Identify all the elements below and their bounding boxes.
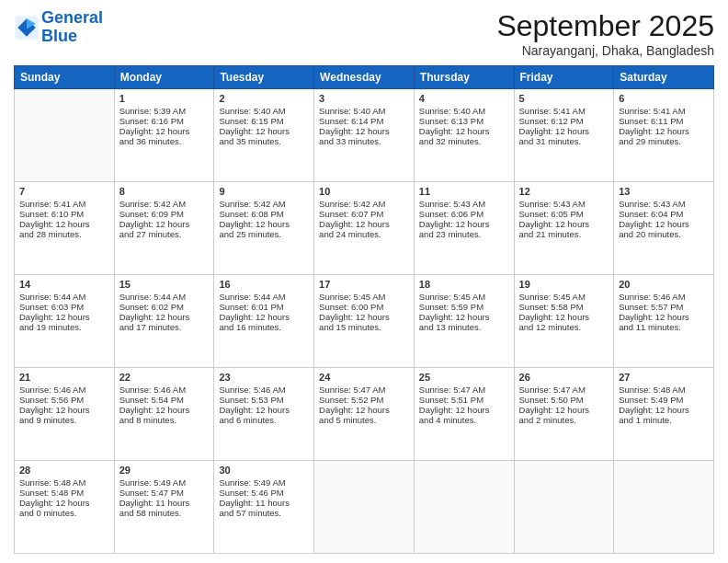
calendar-cell: 29Sunrise: 5:49 AMSunset: 5:47 PMDayligh… [114,461,214,554]
day-info-line: Sunset: 6:01 PM [219,302,309,312]
day-info-line: Sunset: 6:11 PM [619,116,709,126]
day-info-line: Daylight: 12 hours [219,312,309,322]
day-info-line: and 21 minutes. [519,229,609,239]
day-info-line: Sunrise: 5:49 AM [119,477,210,488]
calendar-week-row: 28Sunrise: 5:48 AMSunset: 5:48 PMDayligh… [15,461,714,554]
day-number: 23 [219,372,309,383]
day-info-line: Sunset: 6:08 PM [219,209,309,219]
day-info-line: Daylight: 12 hours [519,219,609,229]
location: Narayanganj, Dhaka, Bangladesh [496,43,714,58]
calendar-cell: 30Sunrise: 5:49 AMSunset: 5:46 PMDayligh… [214,461,314,554]
day-number: 6 [619,93,709,104]
day-info-line: and 28 minutes. [19,229,109,239]
logo-blue: Blue [41,27,77,45]
day-info-line: Sunset: 5:51 PM [419,395,509,405]
calendar-cell: 7Sunrise: 5:41 AMSunset: 6:10 PMDaylight… [15,182,115,275]
day-info-line: and 9 minutes. [19,415,109,425]
logo-general: General [41,8,103,27]
day-info-line: Daylight: 12 hours [419,219,509,229]
day-info-line: and 57 minutes. [219,508,309,518]
day-info-line: Sunrise: 5:40 AM [219,106,309,116]
day-info-line: Daylight: 12 hours [219,405,309,415]
day-info-line: Daylight: 12 hours [519,312,609,322]
calendar-cell: 14Sunrise: 5:44 AMSunset: 6:03 PMDayligh… [15,275,115,368]
day-info-line: Daylight: 12 hours [119,312,210,322]
day-number: 2 [219,93,309,104]
day-info-line: Sunrise: 5:41 AM [19,199,109,209]
day-info-line: Sunrise: 5:44 AM [219,292,309,302]
day-info-line: Sunrise: 5:47 AM [419,385,509,395]
day-info-line: Daylight: 12 hours [419,312,509,322]
day-number: 7 [19,186,109,197]
day-number: 30 [219,465,309,476]
day-info-line: Sunset: 5:48 PM [19,488,109,498]
day-info-line: and 13 minutes. [419,322,509,332]
day-info-line: Daylight: 12 hours [19,312,109,322]
day-number: 29 [119,465,210,476]
day-info-line: and 6 minutes. [219,415,309,425]
calendar-cell: 26Sunrise: 5:47 AMSunset: 5:50 PMDayligh… [514,368,614,461]
day-info-line: and 1 minute. [619,415,709,425]
calendar-cell: 15Sunrise: 5:44 AMSunset: 6:02 PMDayligh… [114,275,214,368]
day-info-line: Sunrise: 5:46 AM [19,385,109,395]
logo-icon [14,15,40,40]
day-info-line: Daylight: 12 hours [119,219,210,229]
day-number: 1 [119,93,210,104]
calendar-week-row: 21Sunrise: 5:46 AMSunset: 5:56 PMDayligh… [15,368,714,461]
day-info-line: Sunset: 6:16 PM [119,116,210,126]
day-info-line: Daylight: 11 hours [119,498,210,508]
day-info-line: Sunset: 6:00 PM [319,302,409,312]
logo-text: General Blue [41,9,103,46]
day-number: 21 [19,372,109,383]
day-info-line: Sunrise: 5:42 AM [319,199,409,209]
calendar-day-header: Monday [114,66,214,89]
day-info-line: Daylight: 12 hours [319,126,409,136]
day-info-line: Daylight: 12 hours [319,219,409,229]
calendar-cell: 1Sunrise: 5:39 AMSunset: 6:16 PMDaylight… [114,89,214,182]
calendar-cell: 13Sunrise: 5:43 AMSunset: 6:04 PMDayligh… [614,182,714,275]
day-info-line: Sunset: 6:06 PM [419,209,509,219]
day-number: 28 [19,465,109,476]
calendar-cell: 6Sunrise: 5:41 AMSunset: 6:11 PMDaylight… [614,89,714,182]
day-info-line: Sunset: 6:04 PM [619,209,709,219]
day-info-line: Sunrise: 5:47 AM [319,385,409,395]
calendar-day-header: Sunday [15,66,115,89]
day-info-line: and 36 minutes. [119,136,210,146]
day-info-line: Sunrise: 5:42 AM [119,199,210,209]
calendar-cell: 22Sunrise: 5:46 AMSunset: 5:54 PMDayligh… [114,368,214,461]
day-number: 22 [119,372,210,383]
day-info-line: Daylight: 12 hours [519,405,609,415]
calendar-day-header: Saturday [614,66,714,89]
day-info-line: Sunrise: 5:44 AM [119,292,210,302]
day-number: 19 [519,279,609,290]
day-info-line: Daylight: 12 hours [319,405,409,415]
day-number: 10 [319,186,409,197]
day-info-line: Sunset: 6:03 PM [19,302,109,312]
day-number: 17 [319,279,409,290]
day-info-line: Daylight: 12 hours [119,405,210,415]
calendar-week-row: 1Sunrise: 5:39 AMSunset: 6:16 PMDaylight… [15,89,714,182]
day-info-line: and 33 minutes. [319,136,409,146]
day-info-line: and 31 minutes. [519,136,609,146]
day-info-line: Sunset: 6:05 PM [519,209,609,219]
calendar-cell [15,89,115,182]
day-info-line: Sunset: 6:09 PM [119,209,210,219]
page: General Blue September 2025 Narayanganj,… [0,0,728,563]
day-info-line: and 25 minutes. [219,229,309,239]
calendar-cell: 20Sunrise: 5:46 AMSunset: 5:57 PMDayligh… [614,275,714,368]
calendar-cell: 10Sunrise: 5:42 AMSunset: 6:07 PMDayligh… [314,182,415,275]
calendar-cell: 27Sunrise: 5:48 AMSunset: 5:49 PMDayligh… [614,368,714,461]
day-info-line: and 0 minutes. [19,508,109,518]
day-info-line: Daylight: 12 hours [419,405,509,415]
day-info-line: Sunrise: 5:41 AM [519,106,609,116]
day-info-line: and 19 minutes. [19,322,109,332]
day-info-line: Daylight: 12 hours [619,312,709,322]
day-info-line: and 16 minutes. [219,322,309,332]
calendar-cell: 24Sunrise: 5:47 AMSunset: 5:52 PMDayligh… [314,368,415,461]
day-info-line: and 27 minutes. [119,229,210,239]
day-info-line: Sunset: 5:46 PM [219,488,309,498]
day-info-line: Daylight: 12 hours [319,312,409,322]
day-info-line: Sunset: 6:10 PM [19,209,109,219]
day-number: 27 [619,372,709,383]
day-info-line: and 20 minutes. [619,229,709,239]
